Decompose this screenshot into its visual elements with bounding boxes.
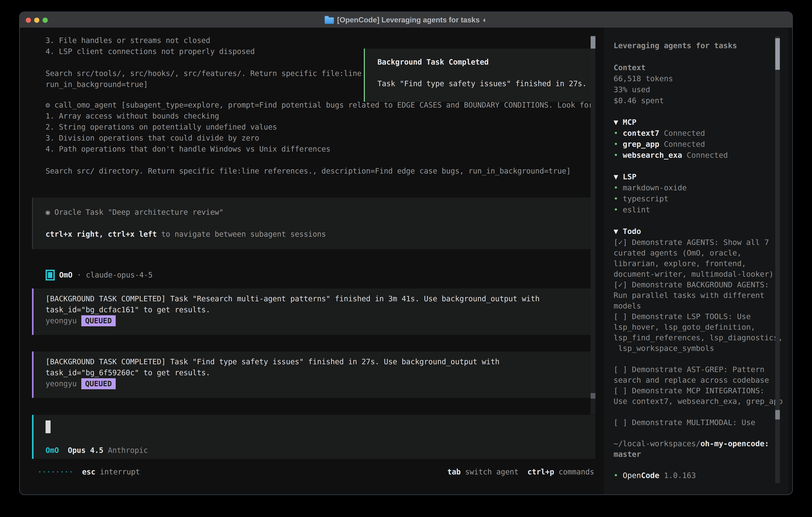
status-dot-icon: • [614,471,623,480]
toast-notification[interactable]: Background Task Completed Task "Find typ… [364,49,596,102]
sidebar-session-title: Leveraging agents for tasks [614,40,737,51]
todo-line: [ ] Demonstrate MCP INTEGRATIONS: [614,385,764,396]
message-line: task_id="bg_6f59260c" to get results. [46,367,210,378]
mcp-item: • context7 Connected [614,128,705,139]
status-dot-icon: • [614,129,623,138]
context-used: 33% used [614,84,650,95]
session-state-icon: ◐ [483,16,487,24]
todo-line: [ ] Demonstrate AST-GREP: Pattern [614,364,764,375]
main-scrollbar-track[interactable] [590,35,596,414]
todo-section-header[interactable]: ▼ Todo [614,226,641,237]
todo-line: search and replace across codebase [614,375,769,385]
input-provider: Anthropic [108,446,148,455]
log-line: 2. String operations on potentially unde… [46,121,277,133]
log-line: Search src/ directory. Return specific f… [46,166,571,176]
collapse-triangle-icon: ▼ [614,118,623,127]
log-line: 3. Division operations that could divide… [46,133,259,143]
window-title: [OpenCode] Leveraging agents for tasks ◐ [20,12,792,28]
gear-icon: ⚙ [46,101,50,109]
lsp-item: • markdown-oxide [614,183,687,193]
log-line: 4. LSP client connections not properly d… [46,46,255,57]
statusbar-right: tab switch agent ctrl+p commands [447,466,594,478]
todo-line-active: [ ] Demonstrate LSP TOOLS: Use [614,311,751,322]
main-scrollbar-thumb[interactable] [590,36,596,49]
input-agent-info: OmO Opus 4.5 Anthropic [46,445,148,456]
todo-line-active: lsp_hover, lsp_goto_definition, [614,322,755,332]
lsp-item: • eslint [614,205,650,215]
lsp-item: • typescript [614,193,669,204]
todo-line-active: lsp_workspace_symbols [614,343,714,354]
tab-key-hint: tab [447,468,461,476]
titlebar: [OpenCode] Leveraging agents for tasks ◐ [20,12,792,28]
todo-line: models [614,301,641,311]
message-line: [BACKGROUND TASK COMPLETED] Task "Resear… [46,293,540,304]
oracle-task-title: ◉ Oracle Task "Deep architecture review" [46,207,224,218]
sidebar-scrollbar-thumb[interactable] [775,38,780,70]
agent-square-icon [46,270,55,280]
mcp-item: • websearch_exa Connected [614,150,728,161]
sidebar-scrollbar-mark[interactable] [775,410,780,419]
todo-line-active: lsp_find_references, lsp_diagnostics, [614,332,783,343]
record-icon: ◉ [46,208,50,217]
statusbar-left: ········ esc interrupt [37,466,140,478]
status-dot-icon: • [614,151,623,160]
input-model: Opus 4.5 [68,446,103,455]
message-line: [BACKGROUND TASK COMPLETED] Task "Find t… [46,356,499,367]
queued-badge: QUEUED [81,315,116,326]
main-scrollbar-end[interactable] [590,393,596,399]
text-cursor [46,420,51,433]
message-meta: yeongyuQUEUED [46,378,116,389]
context-tokens: 66,518 tokens [614,73,673,84]
log-line: run_in_background=true] [46,79,148,90]
collapse-triangle-icon: ▼ [614,227,623,236]
queued-badge: QUEUED [81,378,116,389]
workspace-branch: master [614,449,641,460]
log-line: 4. Path operations that don't handle Win… [46,143,330,155]
workspace-path: ~/local-workspaces/oh-my-opencode: [614,438,769,449]
status-dot-icon: • [614,183,623,192]
mcp-item: • grep_app Connected [614,139,705,149]
oracle-task-box: ◉ Oracle Task "Deep architecture review"… [32,197,596,249]
input-agent-name: OmO [46,446,59,455]
agent-name-and-model: OmO · claude-opus-4-5 [59,270,153,280]
log-line: 1. Array access without bounds checking [46,111,219,121]
author-label: yeongyu [46,379,77,388]
todo-line: [✓] Demonstrate AGENTS: Show all 7 [614,237,769,248]
status-dot-icon: • [614,140,623,148]
esc-key-hint: esc [82,468,95,476]
collapse-triangle-icon: ▼ [614,172,623,181]
todo-line: [✓] Demonstrate BACKGROUND AGENTS: [614,279,769,290]
author-label: yeongyu [46,317,77,325]
mcp-section-header[interactable]: ▼ MCP [614,117,636,128]
message-meta: yeongyuQUEUED [46,315,116,326]
context-spent: $0.46 spent [614,96,664,106]
todo-line: Run parallel tasks with different [614,290,764,301]
window-title-text: [OpenCode] Leveraging agents for tasks [337,16,480,24]
todo-line: document-writer, multimodal-looker) [614,269,774,279]
todo-line: librarian, explore, frontend, [614,258,746,269]
message-line: task_id="bg_dcfac161" to get results. [46,304,210,315]
context-heading: Context [614,62,645,73]
opencode-version: • OpenCode 1.0.163 [614,470,696,481]
todo-line: Use context7, websearch_exa, grep_app [614,396,783,407]
subagent-nav-hint: ctrl+x right, ctrl+x left to navigate be… [46,229,326,240]
lsp-section-header[interactable]: ▼ LSP [614,171,636,182]
toast-body: Task "Find type safety issues" finished … [377,78,587,89]
folder-icon [325,18,334,24]
log-line: 3. File handles or streams not closed [46,35,210,46]
sidebar: Leveraging agents for tasks Context 66,5… [604,28,788,494]
agent-header: OmO · claude-opus-4-5 [46,270,153,280]
status-dot-icon: • [614,205,623,214]
toast-title: Background Task Completed [377,57,489,67]
tool-call-text: call_omo_agent [subagent_type=explore, p… [50,101,593,109]
message-box[interactable]: [BACKGROUND TASK COMPLETED] Task "Resear… [32,289,596,335]
activity-dots-icon: ········ [37,468,73,476]
terminal-window: [OpenCode] Leveraging agents for tasks ◐… [19,11,793,495]
todo-line: curated agents (OmO, oracle, [614,248,742,258]
prompt-input[interactable]: OmO Opus 4.5 Anthropic [32,415,596,459]
todo-line: [ ] Demonstrate MULTIMODAL: Use [614,417,755,428]
message-box[interactable]: [BACKGROUND TASK COMPLETED] Task "Find t… [32,351,596,398]
log-line: Search src/tools/, src/hooks/, src/featu… [46,68,361,79]
commands-key-hint: ctrl+p [527,468,554,476]
status-dot-icon: • [614,194,623,203]
